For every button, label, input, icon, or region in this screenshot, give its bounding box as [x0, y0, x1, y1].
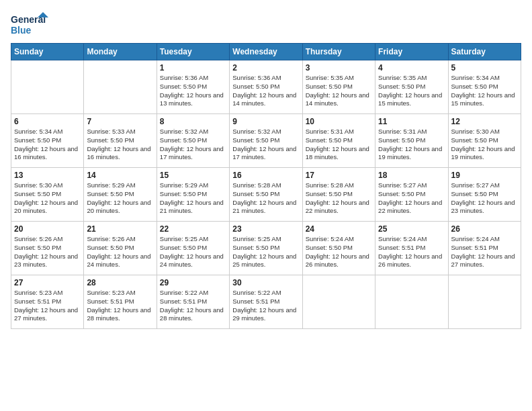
- calendar-cell: 19Sunrise: 5:27 AMSunset: 5:50 PMDayligh…: [448, 168, 521, 222]
- calendar-cell: 10Sunrise: 5:31 AMSunset: 5:50 PMDayligh…: [302, 114, 375, 168]
- calendar-cell: 28Sunrise: 5:23 AMSunset: 5:51 PMDayligh…: [84, 275, 157, 329]
- calendar-cell: 23Sunrise: 5:25 AMSunset: 5:50 PMDayligh…: [230, 222, 302, 275]
- calendar-week-3: 13Sunrise: 5:30 AMSunset: 5:50 PMDayligh…: [11, 168, 521, 222]
- day-info: Sunrise: 5:23 AMSunset: 5:51 PMDaylight:…: [87, 289, 153, 323]
- day-info: Sunrise: 5:35 AMSunset: 5:50 PMDaylight:…: [306, 74, 372, 108]
- column-header-wednesday: Wednesday: [230, 44, 302, 60]
- day-info: Sunrise: 5:35 AMSunset: 5:50 PMDaylight:…: [378, 74, 445, 108]
- day-info: Sunrise: 5:29 AMSunset: 5:50 PMDaylight:…: [87, 181, 153, 216]
- logo-svg: General Blue: [11, 11, 51, 38]
- day-number: 11: [378, 117, 445, 126]
- day-number: 16: [232, 171, 299, 180]
- day-info: Sunrise: 5:31 AMSunset: 5:50 PMDaylight:…: [306, 128, 372, 162]
- day-info: Sunrise: 5:26 AMSunset: 5:50 PMDaylight:…: [14, 235, 81, 269]
- day-info: Sunrise: 5:32 AMSunset: 5:50 PMDaylight:…: [232, 128, 299, 162]
- day-number: 10: [306, 117, 372, 126]
- calendar-cell: 21Sunrise: 5:26 AMSunset: 5:50 PMDayligh…: [84, 222, 157, 275]
- calendar-cell: 7Sunrise: 5:33 AMSunset: 5:50 PMDaylight…: [84, 114, 157, 168]
- calendar-cell: 26Sunrise: 5:24 AMSunset: 5:51 PMDayligh…: [448, 222, 521, 275]
- calendar-cell: 12Sunrise: 5:30 AMSunset: 5:50 PMDayligh…: [448, 114, 521, 168]
- day-number: 20: [14, 224, 81, 234]
- calendar-week-4: 20Sunrise: 5:26 AMSunset: 5:50 PMDayligh…: [11, 222, 521, 275]
- day-number: 2: [232, 63, 299, 73]
- day-number: 5: [451, 63, 518, 73]
- day-number: 14: [87, 171, 153, 180]
- calendar-cell: [448, 275, 521, 329]
- day-info: Sunrise: 5:33 AMSunset: 5:50 PMDaylight:…: [87, 128, 153, 162]
- day-info: Sunrise: 5:25 AMSunset: 5:50 PMDaylight:…: [160, 235, 226, 269]
- day-number: 24: [306, 224, 372, 234]
- day-number: 23: [232, 224, 299, 234]
- calendar-cell: 14Sunrise: 5:29 AMSunset: 5:50 PMDayligh…: [84, 168, 157, 222]
- calendar-cell: 18Sunrise: 5:27 AMSunset: 5:50 PMDayligh…: [375, 168, 448, 222]
- day-number: 27: [14, 278, 81, 287]
- column-header-thursday: Thursday: [302, 44, 375, 60]
- day-info: Sunrise: 5:34 AMSunset: 5:50 PMDaylight:…: [14, 128, 81, 162]
- day-number: 28: [87, 278, 153, 287]
- calendar-cell: 5Sunrise: 5:34 AMSunset: 5:50 PMDaylight…: [448, 60, 521, 114]
- day-number: 3: [306, 63, 372, 73]
- svg-text:Blue: Blue: [11, 25, 32, 36]
- day-number: 13: [14, 171, 81, 180]
- day-number: 26: [451, 224, 518, 234]
- calendar-cell: 8Sunrise: 5:32 AMSunset: 5:50 PMDaylight…: [157, 114, 229, 168]
- day-info: Sunrise: 5:30 AMSunset: 5:50 PMDaylight:…: [451, 128, 518, 162]
- day-number: 1: [160, 63, 226, 73]
- column-header-monday: Monday: [84, 44, 157, 60]
- day-number: 29: [160, 278, 226, 287]
- day-number: 22: [160, 224, 226, 234]
- day-number: 12: [451, 117, 518, 126]
- day-info: Sunrise: 5:32 AMSunset: 5:50 PMDaylight:…: [160, 128, 226, 162]
- day-info: Sunrise: 5:24 AMSunset: 5:51 PMDaylight:…: [378, 235, 445, 269]
- column-header-friday: Friday: [375, 44, 448, 60]
- day-info: Sunrise: 5:31 AMSunset: 5:50 PMDaylight:…: [378, 128, 445, 162]
- calendar-table: SundayMondayTuesdayWednesdayThursdayFrid…: [11, 43, 521, 329]
- calendar-week-5: 27Sunrise: 5:23 AMSunset: 5:51 PMDayligh…: [11, 275, 521, 329]
- column-header-saturday: Saturday: [448, 44, 521, 60]
- day-info: Sunrise: 5:28 AMSunset: 5:50 PMDaylight:…: [306, 181, 372, 216]
- day-info: Sunrise: 5:24 AMSunset: 5:50 PMDaylight:…: [306, 235, 372, 269]
- day-number: 25: [378, 224, 445, 234]
- calendar-week-1: 1Sunrise: 5:36 AMSunset: 5:50 PMDaylight…: [11, 60, 521, 114]
- day-info: Sunrise: 5:27 AMSunset: 5:50 PMDaylight:…: [451, 181, 518, 216]
- page-header: General Blue: [11, 11, 521, 38]
- day-number: 30: [232, 278, 299, 287]
- day-number: 4: [378, 63, 445, 73]
- day-info: Sunrise: 5:23 AMSunset: 5:51 PMDaylight:…: [14, 289, 81, 323]
- calendar-cell: 3Sunrise: 5:35 AMSunset: 5:50 PMDaylight…: [302, 60, 375, 114]
- day-number: 17: [306, 171, 372, 180]
- column-header-sunday: Sunday: [11, 44, 84, 60]
- day-number: 21: [87, 224, 153, 234]
- calendar-cell: 27Sunrise: 5:23 AMSunset: 5:51 PMDayligh…: [11, 275, 84, 329]
- day-info: Sunrise: 5:26 AMSunset: 5:50 PMDaylight:…: [87, 235, 153, 269]
- calendar-cell: 29Sunrise: 5:22 AMSunset: 5:51 PMDayligh…: [157, 275, 229, 329]
- calendar-cell: 11Sunrise: 5:31 AMSunset: 5:50 PMDayligh…: [375, 114, 448, 168]
- day-info: Sunrise: 5:27 AMSunset: 5:50 PMDaylight:…: [378, 181, 445, 216]
- calendar-cell: 6Sunrise: 5:34 AMSunset: 5:50 PMDaylight…: [11, 114, 84, 168]
- day-info: Sunrise: 5:36 AMSunset: 5:50 PMDaylight:…: [160, 74, 226, 108]
- calendar-cell: 20Sunrise: 5:26 AMSunset: 5:50 PMDayligh…: [11, 222, 84, 275]
- calendar-cell: 16Sunrise: 5:28 AMSunset: 5:50 PMDayligh…: [230, 168, 302, 222]
- calendar-cell: 2Sunrise: 5:36 AMSunset: 5:50 PMDaylight…: [230, 60, 302, 114]
- column-header-tuesday: Tuesday: [157, 44, 229, 60]
- logo: General Blue: [11, 11, 51, 38]
- header-row: SundayMondayTuesdayWednesdayThursdayFrid…: [11, 44, 521, 60]
- day-info: Sunrise: 5:36 AMSunset: 5:50 PMDaylight:…: [232, 74, 299, 108]
- calendar-cell: 30Sunrise: 5:22 AMSunset: 5:51 PMDayligh…: [230, 275, 302, 329]
- day-info: Sunrise: 5:22 AMSunset: 5:51 PMDaylight:…: [232, 289, 299, 323]
- calendar-cell: [84, 60, 157, 114]
- day-number: 8: [160, 117, 226, 126]
- day-info: Sunrise: 5:22 AMSunset: 5:51 PMDaylight:…: [160, 289, 226, 323]
- calendar-cell: 24Sunrise: 5:24 AMSunset: 5:50 PMDayligh…: [302, 222, 375, 275]
- calendar-cell: [302, 275, 375, 329]
- calendar-cell: 4Sunrise: 5:35 AMSunset: 5:50 PMDaylight…: [375, 60, 448, 114]
- calendar-cell: [375, 275, 448, 329]
- day-info: Sunrise: 5:29 AMSunset: 5:50 PMDaylight:…: [160, 181, 226, 216]
- day-number: 9: [232, 117, 299, 126]
- day-number: 19: [451, 171, 518, 180]
- calendar-week-2: 6Sunrise: 5:34 AMSunset: 5:50 PMDaylight…: [11, 114, 521, 168]
- day-number: 7: [87, 117, 153, 126]
- day-info: Sunrise: 5:24 AMSunset: 5:51 PMDaylight:…: [451, 235, 518, 269]
- day-info: Sunrise: 5:30 AMSunset: 5:50 PMDaylight:…: [14, 181, 81, 216]
- day-info: Sunrise: 5:34 AMSunset: 5:50 PMDaylight:…: [451, 74, 518, 108]
